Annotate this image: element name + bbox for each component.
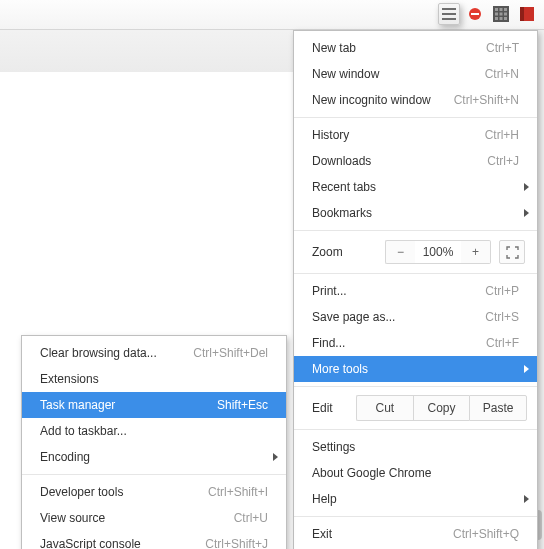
submenu-arrow-icon bbox=[273, 453, 278, 461]
svg-rect-1 bbox=[471, 13, 479, 15]
submenu-item-developer-tools[interactable]: Developer toolsCtrl+Shift+I bbox=[22, 479, 286, 505]
grid-icon[interactable] bbox=[490, 3, 512, 25]
svg-rect-11 bbox=[504, 17, 507, 20]
shield-red-icon[interactable] bbox=[464, 3, 486, 25]
menu-item-find[interactable]: Find...Ctrl+F bbox=[294, 330, 537, 356]
submenu-item-encoding[interactable]: Encoding bbox=[22, 444, 286, 470]
menu-item-history[interactable]: HistoryCtrl+H bbox=[294, 122, 537, 148]
menu-separator bbox=[294, 117, 537, 118]
svg-rect-9 bbox=[495, 17, 498, 20]
hamburger-menu-icon[interactable] bbox=[438, 3, 460, 25]
submenu-item-task-manager[interactable]: Task managerShift+Esc bbox=[22, 392, 286, 418]
menu-separator bbox=[294, 386, 537, 387]
zoom-label: Zoom bbox=[312, 245, 385, 259]
browser-toolbar bbox=[0, 0, 544, 30]
chrome-main-menu: New tabCtrl+T New windowCtrl+N New incog… bbox=[293, 30, 538, 549]
menu-item-about-chrome[interactable]: About Google Chrome bbox=[294, 460, 537, 486]
menu-item-recent-tabs[interactable]: Recent tabs bbox=[294, 174, 537, 200]
submenu-item-view-source[interactable]: View sourceCtrl+U bbox=[22, 505, 286, 531]
menu-item-bookmarks[interactable]: Bookmarks bbox=[294, 200, 537, 226]
svg-rect-14 bbox=[442, 8, 456, 10]
menu-separator bbox=[22, 474, 286, 475]
cut-button[interactable]: Cut bbox=[356, 395, 413, 421]
submenu-item-clear-browsing-data[interactable]: Clear browsing data...Ctrl+Shift+Del bbox=[22, 340, 286, 366]
copy-button[interactable]: Copy bbox=[413, 395, 470, 421]
svg-rect-3 bbox=[495, 8, 498, 11]
submenu-arrow-icon bbox=[524, 209, 529, 217]
more-tools-submenu: Clear browsing data...Ctrl+Shift+Del Ext… bbox=[21, 335, 287, 549]
svg-rect-10 bbox=[500, 17, 503, 20]
menu-edit-row: Edit Cut Copy Paste bbox=[294, 391, 537, 425]
submenu-arrow-icon bbox=[524, 495, 529, 503]
svg-rect-7 bbox=[500, 13, 503, 16]
paste-button[interactable]: Paste bbox=[469, 395, 527, 421]
menu-item-help[interactable]: Help bbox=[294, 486, 537, 512]
fullscreen-button[interactable] bbox=[499, 240, 525, 264]
menu-item-downloads[interactable]: DownloadsCtrl+J bbox=[294, 148, 537, 174]
svg-rect-8 bbox=[504, 13, 507, 16]
svg-rect-13 bbox=[520, 7, 524, 21]
menu-item-exit[interactable]: ExitCtrl+Shift+Q bbox=[294, 521, 537, 547]
menu-zoom-row: Zoom − 100% + bbox=[294, 235, 537, 269]
svg-rect-15 bbox=[442, 13, 456, 15]
submenu-item-extensions[interactable]: Extensions bbox=[22, 366, 286, 392]
menu-separator bbox=[294, 230, 537, 231]
submenu-arrow-icon bbox=[524, 183, 529, 191]
submenu-item-add-to-taskbar[interactable]: Add to taskbar... bbox=[22, 418, 286, 444]
menu-separator bbox=[294, 516, 537, 517]
book-red-icon[interactable] bbox=[516, 3, 538, 25]
menu-item-new-incognito[interactable]: New incognito windowCtrl+Shift+N bbox=[294, 87, 537, 113]
zoom-value: 100% bbox=[415, 240, 461, 264]
svg-rect-6 bbox=[495, 13, 498, 16]
menu-separator bbox=[294, 273, 537, 274]
svg-rect-16 bbox=[442, 18, 456, 20]
menu-item-new-window[interactable]: New windowCtrl+N bbox=[294, 61, 537, 87]
zoom-out-button[interactable]: − bbox=[385, 240, 415, 264]
menu-separator bbox=[294, 429, 537, 430]
menu-item-print[interactable]: Print...Ctrl+P bbox=[294, 278, 537, 304]
zoom-in-button[interactable]: + bbox=[461, 240, 491, 264]
submenu-item-javascript-console[interactable]: JavaScript consoleCtrl+Shift+J bbox=[22, 531, 286, 549]
menu-item-save-page-as[interactable]: Save page as...Ctrl+S bbox=[294, 304, 537, 330]
submenu-arrow-icon bbox=[524, 365, 529, 373]
edit-label: Edit bbox=[312, 391, 356, 425]
svg-rect-5 bbox=[504, 8, 507, 11]
menu-item-new-tab[interactable]: New tabCtrl+T bbox=[294, 35, 537, 61]
menu-item-settings[interactable]: Settings bbox=[294, 434, 537, 460]
menu-item-more-tools[interactable]: More tools bbox=[294, 356, 537, 382]
svg-rect-4 bbox=[500, 8, 503, 11]
